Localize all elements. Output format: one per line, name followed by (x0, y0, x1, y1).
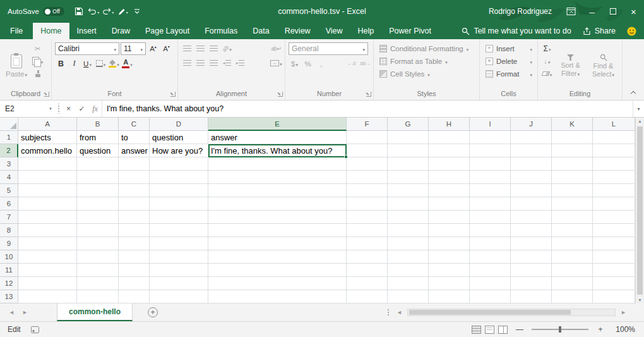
cell-C1[interactable]: to (119, 131, 150, 144)
cell-I7[interactable] (470, 211, 511, 224)
paste-button[interactable]: Paste (3, 42, 30, 89)
increase-decimal-button[interactable]: ←.0 (345, 58, 357, 70)
cell-K4[interactable] (552, 171, 593, 184)
cut-button[interactable]: ✂ (32, 42, 44, 54)
cell-C10[interactable] (119, 250, 150, 264)
cell-F7[interactable] (347, 211, 388, 224)
cell-F4[interactable] (347, 171, 388, 184)
column-header-A[interactable]: A (18, 118, 77, 131)
find-select-button[interactable]: Find & Select (588, 42, 619, 89)
cell-J11[interactable] (511, 264, 552, 277)
cell-A10[interactable] (18, 250, 77, 264)
cell-A8[interactable] (18, 224, 77, 237)
cell-H4[interactable] (429, 171, 470, 184)
cell-C3[interactable] (119, 157, 150, 171)
decrease-font-size-button[interactable]: A (160, 43, 172, 55)
new-sheet-button[interactable]: + (148, 307, 158, 317)
vertical-scrollbar-thumb[interactable] (637, 126, 643, 295)
cell-E9[interactable] (208, 237, 347, 250)
page-layout-view-button[interactable] (485, 326, 494, 334)
cell-G7[interactable] (388, 211, 429, 224)
cell-L6[interactable] (593, 197, 635, 211)
name-box[interactable]: E2 (0, 101, 56, 117)
autosum-button[interactable]: Σ (541, 42, 553, 54)
undo-button[interactable] (86, 3, 101, 20)
cell-A4[interactable] (18, 171, 77, 184)
column-header-C[interactable]: C (119, 118, 150, 131)
select-all-corner[interactable] (0, 118, 18, 131)
cell-L9[interactable] (593, 237, 635, 250)
increase-indent-button[interactable] (234, 57, 246, 69)
ribbon-tab-help[interactable]: Help (350, 23, 382, 39)
row-header-7[interactable]: 7 (0, 211, 18, 224)
cell-A6[interactable] (18, 197, 77, 211)
column-header-B[interactable]: B (77, 118, 119, 131)
row-header-8[interactable]: 8 (0, 224, 18, 237)
cell-K10[interactable] (552, 250, 593, 264)
cell-B3[interactable] (77, 157, 119, 171)
cell-D6[interactable] (150, 197, 208, 211)
cell-F9[interactable] (347, 237, 388, 250)
row-header-11[interactable]: 11 (0, 264, 18, 277)
autosave-toggle[interactable]: AutoSave Off (8, 7, 64, 16)
cell-E13[interactable] (208, 290, 347, 303)
cell-I13[interactable] (470, 290, 511, 303)
ribbon-tab-view[interactable]: View (318, 23, 350, 39)
merge-center-button[interactable]: ↔ (270, 57, 282, 69)
clear-button[interactable] (541, 68, 553, 80)
cell-D10[interactable] (150, 250, 208, 264)
cell-K8[interactable] (552, 224, 593, 237)
cell-H2[interactable] (429, 144, 470, 157)
minimize-button[interactable]: – (581, 0, 602, 23)
delete-cells-button[interactable]: Delete (483, 55, 535, 67)
horizontal-scrollbar-thumb[interactable] (409, 310, 571, 315)
clipboard-dialog-launcher-icon[interactable] (44, 92, 49, 97)
fill-button[interactable]: ↓ (541, 55, 553, 67)
formula-bar-splitter[interactable] (57, 104, 61, 114)
cell-A11[interactable] (18, 264, 77, 277)
cell-C6[interactable] (119, 197, 150, 211)
cell-C13[interactable] (119, 290, 150, 303)
ribbon-display-options-button[interactable] (561, 0, 581, 23)
cell-F6[interactable] (347, 197, 388, 211)
cell-I11[interactable] (470, 264, 511, 277)
cell-G2[interactable] (388, 144, 429, 157)
cell-G13[interactable] (388, 290, 429, 303)
cell-A7[interactable] (18, 211, 77, 224)
ribbon-tab-file[interactable]: File (0, 23, 33, 39)
cell-I10[interactable] (470, 250, 511, 264)
user-name[interactable]: Rodrigo Rodriguez (489, 7, 552, 16)
enter-entry-button[interactable]: ✓ (75, 101, 88, 117)
align-left-button[interactable] (181, 57, 193, 69)
conditional-formatting-button[interactable]: Conditional Formatting (377, 42, 477, 54)
cell-I12[interactable] (470, 277, 511, 290)
cell-I4[interactable] (470, 171, 511, 184)
row-header-3[interactable]: 3 (0, 157, 18, 171)
cell-H9[interactable] (429, 237, 470, 250)
cell-J7[interactable] (511, 211, 552, 224)
row-header-10[interactable]: 10 (0, 250, 18, 264)
cell-B8[interactable] (77, 224, 119, 237)
cell-E12[interactable] (208, 277, 347, 290)
row-header-9[interactable]: 9 (0, 237, 18, 250)
cell-G12[interactable] (388, 277, 429, 290)
zoom-in-button[interactable]: + (596, 325, 605, 334)
zoom-level[interactable]: 100% (612, 325, 635, 334)
cell-I2[interactable] (470, 144, 511, 157)
redo-button[interactable] (101, 3, 116, 20)
cell-D4[interactable] (150, 171, 208, 184)
inking-button[interactable] (116, 3, 130, 20)
zoom-out-button[interactable]: — (515, 325, 524, 334)
cell-A3[interactable] (18, 157, 77, 171)
cell-K13[interactable] (552, 290, 593, 303)
sheet-nav-left-icon[interactable]: ◄ (5, 303, 18, 321)
cell-H5[interactable] (429, 184, 470, 197)
normal-view-button[interactable] (472, 326, 481, 334)
cell-F10[interactable] (347, 250, 388, 264)
cell-E3[interactable] (208, 157, 347, 171)
borders-button[interactable] (95, 58, 107, 70)
cell-A1[interactable]: subjects (18, 131, 77, 144)
ribbon-tab-insert[interactable]: Insert (69, 23, 104, 39)
cell-C7[interactable] (119, 211, 150, 224)
cell-K9[interactable] (552, 237, 593, 250)
